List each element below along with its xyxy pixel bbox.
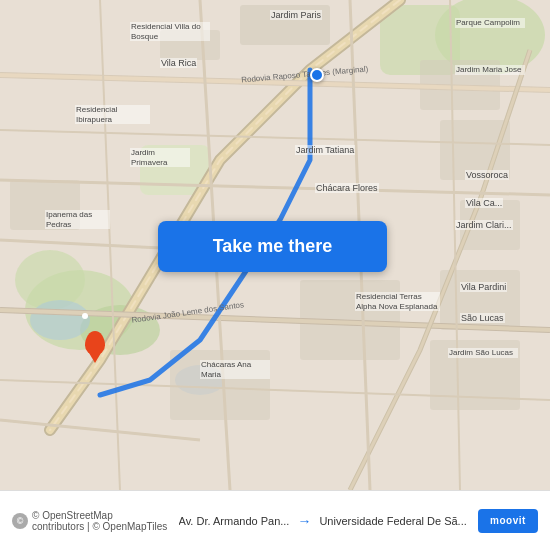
map-container: Jardim Paris Residencial Villa do Bosque… <box>0 0 550 490</box>
arrow-icon: → <box>297 513 311 529</box>
svg-rect-17 <box>170 350 270 420</box>
svg-point-7 <box>30 300 90 340</box>
svg-rect-18 <box>10 180 80 230</box>
origin-marker <box>310 68 324 82</box>
moovit-logo-image: moovit <box>478 509 538 533</box>
origin-label: Av. Dr. Armando Pan... <box>179 515 290 527</box>
moovit-logo: moovit <box>478 509 538 533</box>
svg-rect-14 <box>440 270 520 330</box>
attribution: © © OpenStreetMap contributors | © OpenM… <box>12 510 167 532</box>
svg-rect-15 <box>430 340 520 410</box>
bottom-bar: © © OpenStreetMap contributors | © OpenM… <box>0 490 550 550</box>
destination-label: Universidade Federal De Sã... <box>319 515 466 527</box>
svg-rect-12 <box>440 120 510 180</box>
svg-rect-10 <box>160 30 220 60</box>
route-info: Av. Dr. Armando Pan... → Universidade Fe… <box>167 513 478 529</box>
svg-rect-9 <box>240 5 330 45</box>
copyright-icon: © <box>12 513 28 529</box>
svg-point-2 <box>15 250 85 310</box>
take-me-there-button[interactable]: Take me there <box>158 221 387 272</box>
attribution-text: © OpenStreetMap contributors | © OpenMap… <box>32 510 167 532</box>
